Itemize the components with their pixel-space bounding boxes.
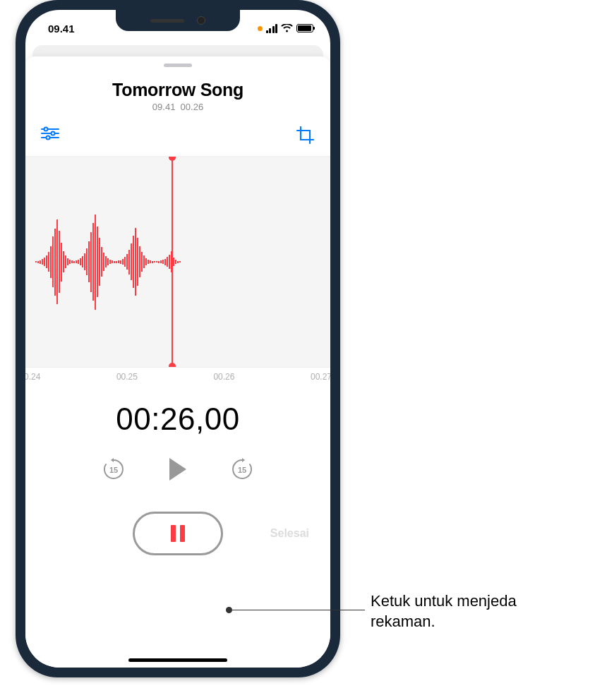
ruler-tick: 00.27: [311, 372, 330, 382]
sliders-icon: [41, 126, 59, 140]
wifi-icon: [281, 24, 293, 32]
trim-button[interactable]: [296, 126, 315, 147]
ruler-tick: 00.26: [213, 372, 234, 382]
forward-15-icon: 15: [230, 457, 254, 481]
forward-15-button[interactable]: 15: [230, 457, 254, 484]
svg-point-5: [47, 136, 50, 140]
rewind-15-icon: 15: [102, 457, 126, 481]
callout-text: Ketuk untuk menjeda rekaman.: [371, 591, 568, 632]
recording-title[interactable]: Tomorrow Song: [68, 80, 288, 100]
elapsed-timer: 00:26,00: [25, 402, 330, 437]
waveform: [25, 184, 181, 339]
svg-text:15: 15: [109, 466, 118, 474]
options-button[interactable]: [41, 126, 59, 147]
phone-screen: 09.41 Tomorrow Song 09.41 00.2: [25, 10, 330, 668]
title-block: Tomorrow Song 09.41 00.26: [25, 80, 330, 112]
waveform-area[interactable]: [25, 156, 330, 368]
home-indicator[interactable]: [128, 658, 227, 662]
playback-controls: 15 15: [25, 457, 330, 485]
ruler-tick: 00.25: [116, 372, 138, 382]
svg-point-3: [52, 132, 55, 135]
recording-indicator-dot: [258, 26, 263, 31]
crop-icon: [296, 126, 315, 145]
battery-icon: [296, 24, 313, 32]
svg-text:15: 15: [238, 466, 246, 474]
phone-frame: 09.41 Tomorrow Song 09.41 00.2: [16, 0, 340, 677]
play-button[interactable]: [167, 457, 189, 485]
edit-toolbar: [25, 112, 330, 153]
recording-subtitle: 09.41 00.26: [68, 102, 288, 112]
recording-sheet: Tomorrow Song 09.41 00.26: [25, 56, 330, 668]
sheet-grabber[interactable]: [164, 64, 192, 67]
notch: [116, 10, 240, 31]
rewind-15-button[interactable]: 15: [102, 457, 126, 484]
playhead[interactable]: [172, 157, 173, 367]
cellular-signal-icon: [266, 24, 278, 33]
callout-leader-line: [229, 610, 365, 610]
time-ruler: 0.24 00.25 00.26 00.27: [25, 368, 330, 382]
bottom-controls: Selesai: [25, 512, 330, 555]
done-button[interactable]: Selesai: [270, 527, 309, 540]
pause-icon: [171, 525, 185, 542]
pause-button[interactable]: [133, 512, 223, 555]
ruler-tick: 0.24: [25, 372, 40, 382]
svg-point-1: [44, 128, 48, 131]
play-icon: [167, 457, 189, 482]
